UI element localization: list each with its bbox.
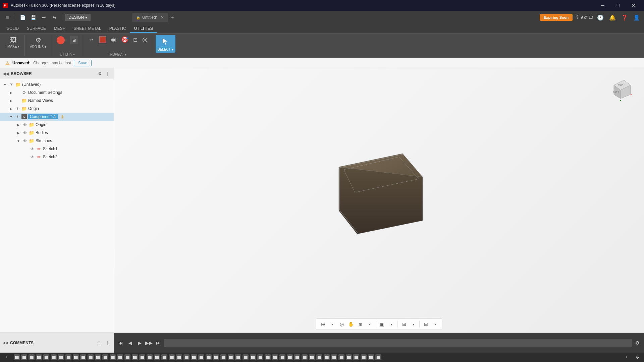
utility-record-button[interactable]: [55, 35, 67, 46]
visibility-icon[interactable]: 👁: [22, 122, 28, 127]
status-tool-44[interactable]: ⬜: [331, 354, 337, 360]
status-tool-35[interactable]: ⬜: [265, 354, 271, 360]
tab-surface[interactable]: SURFACE: [23, 25, 50, 33]
status-tool-17[interactable]: ⬜: [132, 354, 138, 360]
browser-expand-button[interactable]: |: [104, 70, 111, 77]
tab-sheet-metal[interactable]: SHEET METAL: [69, 25, 105, 33]
status-tool-11[interactable]: ⬜: [88, 354, 94, 360]
zoom-dropdown[interactable]: ▾: [366, 320, 374, 328]
status-tool-5[interactable]: ⬜: [43, 354, 49, 360]
status-tool-21[interactable]: ⬜: [161, 354, 167, 360]
grid-dropdown[interactable]: ▾: [410, 320, 418, 328]
status-tool-48[interactable]: ⬜: [361, 354, 367, 360]
visibility-icon[interactable]: 👁: [9, 82, 14, 87]
select-button[interactable]: SELECT ▾: [156, 35, 175, 53]
section-analysis-button[interactable]: [97, 35, 108, 44]
view-cube[interactable]: TOP LEFT: [607, 75, 634, 102]
comments-expand-button[interactable]: |: [104, 340, 111, 346]
status-tool-3[interactable]: ⬜: [29, 354, 35, 360]
notifications-button[interactable]: 🔔: [608, 13, 617, 22]
status-tool-27[interactable]: ⬜: [206, 354, 212, 360]
status-tool-23[interactable]: ⬜: [176, 354, 182, 360]
camera-button[interactable]: ◎: [338, 320, 346, 328]
tab-solid[interactable]: SOLID: [3, 25, 23, 33]
settings-button[interactable]: ⚙: [633, 353, 641, 361]
status-tool-24[interactable]: ⬜: [183, 354, 190, 360]
timeline-step-back[interactable]: ◀: [126, 339, 134, 347]
status-tool-7[interactable]: ⬜: [58, 354, 64, 360]
expiring-soon-button[interactable]: Expiring Soon: [540, 14, 573, 21]
status-tool-1[interactable]: ⬜: [14, 354, 20, 360]
status-tool-34[interactable]: ⬜: [257, 354, 263, 360]
collapse-comments-button[interactable]: ◀◀: [3, 341, 8, 345]
clock-button[interactable]: 🕐: [596, 13, 605, 22]
close-tab-button[interactable]: ✕: [161, 15, 164, 20]
status-tool-33[interactable]: ⬜: [250, 354, 256, 360]
status-tool-6[interactable]: ⬜: [51, 354, 57, 360]
grid-display-button[interactable]: ⊞: [400, 320, 408, 328]
status-tool-39[interactable]: ⬜: [294, 354, 300, 360]
tree-item-component1[interactable]: ▼ 👁 C Component1:1 ◎: [0, 113, 114, 121]
visibility-icon[interactable]: 👁: [30, 146, 35, 152]
status-tool-22[interactable]: ⬜: [169, 354, 175, 360]
zoom-to-fit-button[interactable]: +: [623, 353, 631, 361]
tab-mesh[interactable]: MESH: [50, 25, 70, 33]
app-menu-button[interactable]: ≡: [3, 13, 12, 22]
tree-item-sketches[interactable]: ▼ 👁 📁 Sketches: [0, 137, 114, 145]
tree-item-origin-root[interactable]: ▶ 👁 📁 Origin: [0, 105, 114, 113]
viewport[interactable]: TOP LEFT ⊕ ▾ ◎ ✋ ⊕ ▾ ▣ ▾ ⊞ ▾: [114, 68, 644, 333]
tree-item-origin-component[interactable]: ▶ 👁 📁 Origin: [0, 121, 114, 129]
status-add-button[interactable]: +: [3, 353, 11, 361]
status-tool-43[interactable]: ⬜: [324, 354, 330, 360]
pan-button[interactable]: ✋: [347, 320, 355, 328]
tree-item-sketch1[interactable]: ▶ 👁 ✏ Sketch1: [0, 145, 114, 153]
timeline-track[interactable]: [164, 339, 632, 347]
measure-button[interactable]: ↔: [87, 35, 96, 44]
status-tool-20[interactable]: ⬜: [154, 354, 160, 360]
close-button[interactable]: ✕: [626, 0, 641, 11]
visibility-icon[interactable]: 👁: [15, 106, 20, 111]
zebra-analysis-button[interactable]: ◉: [109, 35, 118, 44]
make-button[interactable]: 🖼 MAKE ▾: [5, 35, 21, 50]
help-button[interactable]: ❓: [620, 13, 629, 22]
visual-style-button[interactable]: ▣: [378, 320, 386, 328]
status-tool-36[interactable]: ⬜: [272, 354, 278, 360]
document-tab[interactable]: 🔒 Untitled* ✕: [132, 13, 168, 22]
snap-dropdown[interactable]: ▾: [328, 320, 336, 328]
status-tool-4[interactable]: ⬜: [36, 354, 42, 360]
status-tool-45[interactable]: ⬜: [338, 354, 344, 360]
tree-item-bodies[interactable]: ▶ 👁 📁 Bodies: [0, 129, 114, 137]
status-tool-28[interactable]: ⬜: [213, 354, 219, 360]
status-tool-12[interactable]: ⬜: [95, 354, 101, 360]
status-tool-41[interactable]: ⬜: [309, 354, 315, 360]
status-tool-25[interactable]: ⬜: [191, 354, 197, 360]
new-tab-button[interactable]: +: [168, 13, 176, 21]
timeline-play[interactable]: ▶: [136, 339, 144, 347]
timeline-step-forward[interactable]: ▶▶: [145, 339, 153, 347]
status-tool-19[interactable]: ⬜: [147, 354, 153, 360]
timeline-skip-start[interactable]: ⏮: [117, 339, 125, 347]
status-tool-16[interactable]: ⬜: [124, 354, 130, 360]
status-tool-31[interactable]: ⬜: [235, 354, 241, 360]
status-tool-13[interactable]: ⬜: [102, 354, 108, 360]
status-tool-30[interactable]: ⬜: [228, 354, 234, 360]
status-tool-49[interactable]: ⬜: [368, 354, 374, 360]
status-tool-37[interactable]: ⬜: [279, 354, 285, 360]
display-analysis-button[interactable]: ⊡: [131, 36, 139, 44]
status-tool-8[interactable]: ⬜: [65, 354, 71, 360]
tree-item-unsaved[interactable]: ▼ 👁 📁 (Unsaved): [0, 80, 114, 88]
status-tool-18[interactable]: ⬜: [139, 354, 145, 360]
status-tool-9[interactable]: ⬜: [73, 354, 79, 360]
tree-item-named-views[interactable]: ▶ 📁 Named Views: [0, 97, 114, 105]
status-tool-42[interactable]: ⬜: [316, 354, 322, 360]
status-tool-40[interactable]: ⬜: [302, 354, 308, 360]
visual-dropdown[interactable]: ▾: [388, 320, 396, 328]
minimize-button[interactable]: ─: [595, 0, 610, 11]
display-settings-button[interactable]: ⊟: [422, 320, 430, 328]
status-tool-26[interactable]: ⬜: [198, 354, 204, 360]
status-tool-2[interactable]: ⬜: [21, 354, 27, 360]
zoom-button[interactable]: ⊕: [357, 320, 365, 328]
add-comment-button[interactable]: ⊕: [96, 340, 102, 346]
status-tool-38[interactable]: ⬜: [287, 354, 293, 360]
status-tool-29[interactable]: ⬜: [220, 354, 226, 360]
